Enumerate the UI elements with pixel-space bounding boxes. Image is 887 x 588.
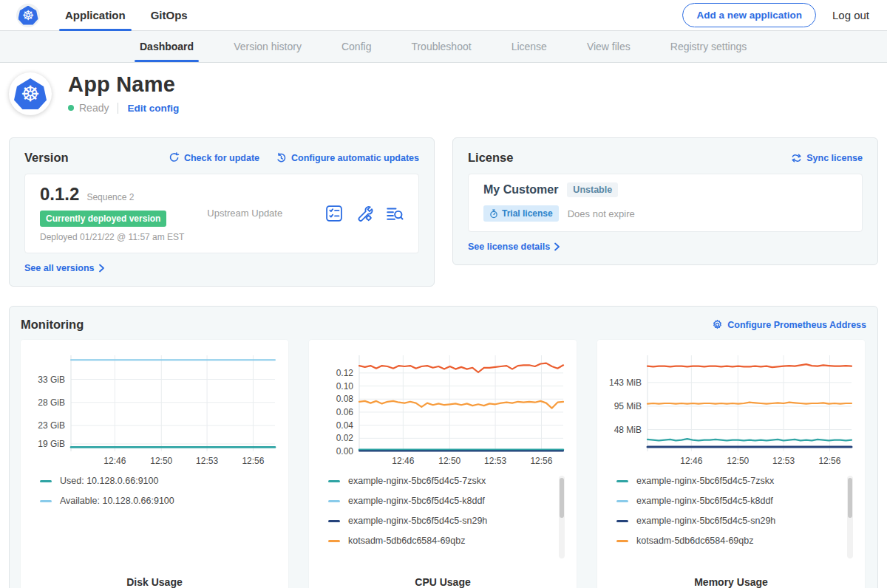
svg-text:12:53: 12:53 — [772, 456, 795, 466]
legend-label: example-nginx-5bc6f5d4c5-k8ddf — [348, 496, 485, 506]
refresh-icon — [169, 152, 180, 163]
legend-label: Used: 10.128.0.66:9100 — [60, 476, 158, 486]
chart-title: CPU Usage — [318, 576, 568, 588]
license-expiry-label: Does not expire — [568, 208, 635, 219]
edit-config-link[interactable]: Edit config — [127, 103, 179, 114]
sync-license-label: Sync license — [806, 153, 863, 163]
ready-status-dot — [68, 105, 74, 111]
configure-automatic-updates-link[interactable]: Configure automatic updates — [276, 152, 419, 163]
legend-label: example-nginx-5bc6f5d4c5-k8ddf — [636, 496, 773, 506]
legend-label: kotsadm-5db6dc6584-69qbz — [636, 536, 753, 546]
svg-text:95 MiB: 95 MiB — [614, 401, 642, 411]
chart-plot-cpu-usage: 0.000.020.040.060.080.100.1212:4612:5012… — [318, 349, 568, 466]
svg-text:12:56: 12:56 — [242, 456, 264, 466]
legend-item: example-nginx-5bc6f5d4c5-k8ddf — [616, 496, 856, 506]
preflight-checks-icon[interactable] — [325, 205, 343, 222]
customer-name: My Customer — [483, 183, 558, 196]
version-card: Version Check for update Configure autom… — [9, 137, 435, 287]
svg-text:143 MiB: 143 MiB — [609, 377, 642, 388]
legend-scrollbar[interactable] — [559, 476, 565, 558]
svg-text:0.06: 0.06 — [336, 407, 354, 417]
chart-card-cpu-usage: 0.000.020.040.060.080.100.1212:4612:5012… — [309, 340, 577, 588]
view-files-diff-icon[interactable] — [386, 205, 404, 222]
svg-text:12:53: 12:53 — [196, 456, 218, 466]
svg-text:12:50: 12:50 — [727, 456, 749, 466]
svg-text:0.10: 0.10 — [336, 381, 354, 392]
legend-scrollbar-thumb[interactable] — [848, 478, 852, 518]
charts-row: 19 GiB23 GiB28 GiB33 GiB12:4612:5012:531… — [21, 340, 866, 588]
tab-dashboard[interactable]: Dashboard — [120, 31, 214, 62]
svg-text:0.00: 0.00 — [336, 446, 354, 457]
top-nav: ☸ Application GitOps Add a new applicati… — [0, 0, 887, 31]
svg-text:48 MiB: 48 MiB — [614, 425, 642, 435]
app-icon: ☸ — [9, 72, 52, 115]
clock-update-icon — [276, 152, 287, 163]
monitoring-title: Monitoring — [21, 318, 84, 332]
legend-label: kotsadm-5db6dc6584-69qbz — [348, 536, 465, 546]
kubernetes-logo-icon: ☸ — [16, 4, 40, 27]
chart-title: Disk Usage — [30, 576, 279, 588]
tab-view-files[interactable]: View files — [567, 31, 650, 62]
legend-color-dash — [328, 540, 340, 542]
topnav-tab-gitops[interactable]: GitOps — [149, 0, 189, 31]
legend-item: example-nginx-5bc6f5d4c5-7zskx — [616, 476, 856, 486]
svg-text:0.08: 0.08 — [336, 394, 354, 404]
legend-scrollbar-thumb[interactable] — [560, 478, 564, 518]
tab-license[interactable]: License — [492, 31, 567, 62]
svg-text:19 GiB: 19 GiB — [38, 439, 65, 449]
legend-label: example-nginx-5bc6f5d4c5-sn29h — [348, 516, 487, 526]
legend-item: example-nginx-5bc6f5d4c5-sn29h — [616, 516, 856, 526]
legend-color-dash — [328, 480, 340, 482]
sync-license-link[interactable]: Sync license — [791, 153, 863, 163]
svg-text:12:46: 12:46 — [680, 456, 702, 466]
legend-scrollbar[interactable] — [847, 476, 853, 558]
legend-item: example-nginx-5bc6f5d4c5-k8ddf — [328, 496, 568, 506]
wrench-gear-config-icon[interactable] — [356, 205, 373, 222]
legend-item: example-nginx-5bc6f5d4c5-7zskx — [328, 476, 568, 486]
gear-icon — [712, 319, 723, 330]
license-card-title: License — [468, 151, 513, 165]
svg-text:0.04: 0.04 — [336, 420, 354, 431]
chart-card-memory-usage: 48 MiB95 MiB143 MiB12:4612:5012:5312:56e… — [597, 340, 865, 588]
version-card-title: Version — [24, 151, 69, 165]
monitoring-section: Monitoring Configure Prometheus Address … — [9, 306, 878, 588]
trial-license-badge: Trial license — [483, 205, 559, 222]
tab-version-history[interactable]: Version history — [214, 31, 322, 62]
svg-text:12:56: 12:56 — [818, 456, 840, 466]
tab-registry-settings[interactable]: Registry settings — [650, 31, 767, 62]
legend-color-dash — [616, 540, 628, 542]
legend-color-dash — [616, 480, 628, 482]
see-license-details-link[interactable]: See license details — [468, 242, 560, 252]
svg-text:12:53: 12:53 — [484, 456, 506, 466]
svg-text:12:50: 12:50 — [438, 456, 461, 466]
logout-button[interactable]: Log out — [832, 9, 869, 21]
app-subnav: DashboardVersion historyConfigTroublesho… — [0, 31, 887, 63]
license-card: License Sync license My Customer Unstabl… — [452, 137, 878, 265]
tab-config[interactable]: Config — [322, 31, 391, 62]
legend-item: example-nginx-5bc6f5d4c5-sn29h — [328, 516, 568, 526]
stopwatch-icon — [489, 209, 498, 219]
version-sequence: Sequence 2 — [86, 192, 134, 202]
see-all-versions-link[interactable]: See all versions — [24, 263, 105, 273]
add-new-application-button[interactable]: Add a new application — [682, 3, 816, 27]
legend-item: Used: 10.128.0.66:9100 — [40, 476, 279, 486]
chevron-right-icon — [554, 242, 560, 251]
app-name-title: App Name — [68, 72, 179, 97]
svg-text:12:56: 12:56 — [530, 456, 552, 466]
legend-color-dash — [328, 500, 340, 502]
legend-color-dash — [616, 500, 628, 502]
configure-prometheus-label: Configure Prometheus Address — [727, 320, 866, 330]
svg-text:0.12: 0.12 — [336, 368, 354, 378]
see-all-versions-label: See all versions — [24, 263, 95, 273]
chart-legend-memory-usage: example-nginx-5bc6f5d4c5-7zskxexample-ng… — [616, 476, 856, 566]
legend-color-dash — [616, 520, 628, 522]
topnav-tab-application[interactable]: Application — [64, 0, 127, 31]
svg-text:33 GiB: 33 GiB — [38, 375, 65, 385]
version-number: 0.1.2 — [40, 184, 79, 205]
svg-text:12:50: 12:50 — [150, 456, 172, 466]
legend-label: example-nginx-5bc6f5d4c5-7zskx — [348, 476, 486, 486]
configure-prometheus-link[interactable]: Configure Prometheus Address — [712, 319, 866, 330]
tab-troubleshoot[interactable]: Troubleshoot — [391, 31, 491, 62]
app-header: ☸ App Name Ready Edit config — [0, 63, 887, 131]
check-for-update-link[interactable]: Check for update — [169, 152, 259, 163]
